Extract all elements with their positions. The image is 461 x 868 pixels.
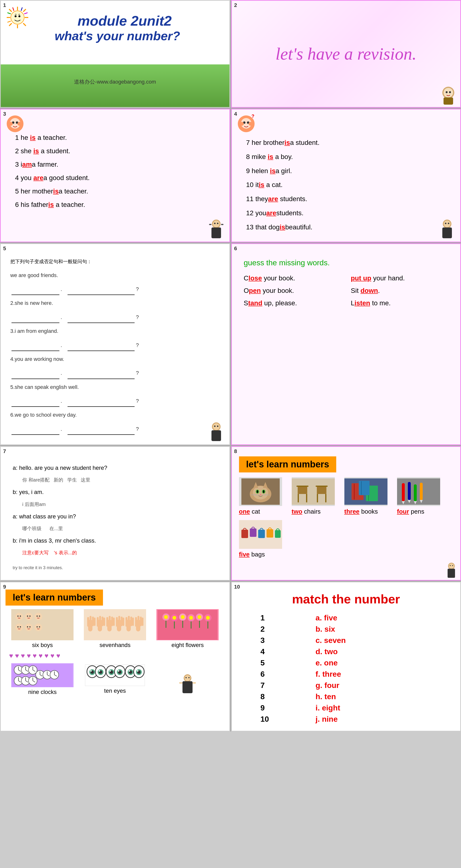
slide9-label-hands: sevenhands [100, 642, 130, 648]
svg-line-11 [7, 21, 11, 22]
heart6: ♥ [38, 652, 42, 660]
slide3-s1: 1 he is a teacher. [15, 131, 220, 145]
slide6-title: guess the missing words. [244, 258, 449, 267]
slide8-img-books [344, 477, 388, 506]
svg-point-47 [213, 423, 220, 430]
slide9-item-eyes: ten eyes [81, 663, 149, 695]
svg-point-25 [9, 122, 13, 126]
svg-point-28 [213, 220, 220, 227]
slide10-right1: a. five [316, 614, 432, 622]
svg-rect-31 [212, 227, 221, 238]
slide5-blank3b [67, 350, 134, 351]
slide5-exercise: we are good friends. . ? 2.she is new he… [10, 270, 220, 435]
slide9-img-flowers [156, 609, 219, 640]
svg-rect-139 [121, 617, 123, 626]
slide5-row3: 3.i am from england. [10, 326, 220, 337]
slide-number-4: 4 [234, 111, 237, 117]
slide6-item6: Listen to me. [351, 299, 448, 307]
svg-rect-229 [192, 682, 196, 684]
slide3-fill2: is [33, 147, 39, 155]
slide-7: 7 a: hello. are you a new student here? … [0, 446, 230, 581]
slide8-fill-one: one [239, 508, 250, 515]
slide9-label-eyes: ten eyes [104, 687, 126, 694]
slide8-item-books: three books [344, 477, 392, 515]
slide10-left4: 4 [260, 647, 308, 656]
slide10-left10: 10 [260, 715, 308, 723]
slide4-fill3: is [270, 167, 275, 175]
slide4-s1: 7 her brotherisa student. [246, 136, 451, 150]
svg-point-14 [14, 15, 17, 17]
slide6-item2: put up your hand. [351, 274, 448, 282]
slide3-content: 1 he is a teacher. 2 she is a student. 3… [15, 131, 220, 211]
slide4-fill2: is [268, 153, 273, 160]
svg-rect-149 [140, 617, 142, 626]
slide8-img-cat [239, 477, 282, 506]
slide4-fill1: is [284, 139, 290, 146]
slide5-row2: 2.she is new here. [10, 298, 220, 309]
slide3-fill1: is [30, 134, 35, 141]
svg-rect-68 [298, 494, 299, 502]
heart7: ♥ [44, 652, 49, 660]
svg-point-111 [15, 623, 23, 631]
slide9-label-flowers: eight flowers [172, 642, 204, 648]
slide5-row3-blanks: . ? [10, 340, 220, 351]
slide7-ann4: 注意c要大写 's 表示...的 [22, 547, 217, 558]
svg-rect-73 [325, 494, 327, 502]
slide1-website: 道格办公-www.daogebangong.com [74, 78, 156, 86]
svg-rect-20 [443, 97, 453, 105]
svg-line-12 [24, 13, 28, 14]
slide-number-10: 10 [234, 584, 240, 590]
slide5-blank5b [67, 406, 134, 407]
svg-point-210 [110, 670, 111, 672]
slide4-content: 7 her brotherisa student. 8 mike is a bo… [246, 136, 451, 235]
slide9-item-flowers: eight flowers [153, 609, 222, 648]
slide10-right9: i. eight [316, 704, 432, 712]
svg-point-59 [263, 490, 265, 493]
slide7-ann3: 哪个班级 在...里 [22, 523, 217, 534]
slide10-left6: 6 [260, 670, 308, 679]
svg-rect-122 [87, 617, 89, 627]
slide9-label-boys: six boys [32, 642, 53, 648]
slide10-left9: 9 [260, 704, 308, 712]
slide3-fill3: am [22, 161, 32, 168]
slide-8: 8 let's learn numbers [231, 446, 461, 581]
slide-number-1: 1 [3, 2, 6, 8]
slide7-content: a: hello. are you a new student here? 你 … [13, 461, 217, 573]
svg-text:?: ? [251, 114, 254, 119]
slide7-ann1: 你 和are搭配 新的 学生 这里 [22, 474, 217, 485]
slide3-fill4: are [33, 174, 43, 182]
slide10-left5: 5 [260, 658, 308, 667]
svg-rect-127 [97, 617, 99, 627]
svg-point-97 [449, 563, 454, 569]
svg-point-225 [186, 677, 187, 678]
slide7-line4: b: i'm in class 3, mr chen's class. [13, 534, 217, 547]
svg-rect-50 [212, 430, 221, 441]
slide5-row5-blanks: . ? [10, 395, 220, 407]
slide6-fill6: isten [355, 299, 370, 307]
slide6-fill2: put up [351, 274, 371, 282]
slide5-blank2a [11, 322, 59, 323]
slide3-fill5: is [53, 187, 59, 195]
svg-point-42 [444, 220, 451, 227]
svg-point-116 [29, 626, 31, 627]
slide2-character [439, 86, 458, 105]
heart1: ♥ [9, 652, 13, 660]
slide10-left1: 1 [260, 614, 308, 622]
slide10-right10: j. nine [316, 715, 432, 723]
svg-point-103 [18, 615, 19, 617]
slide-4: 4 ? 7 her brotherisa student. 8 mike is … [231, 109, 461, 242]
svg-point-104 [20, 615, 21, 617]
slide5-blank4a [11, 378, 59, 379]
svg-line-8 [13, 7, 14, 11]
slide4-s2: 8 mike is a boy. [246, 150, 451, 164]
slide7-ann2: i 后面用am [22, 499, 217, 510]
slide3-s3: 3 iama farmer. [15, 158, 220, 171]
svg-point-109 [37, 615, 38, 617]
svg-point-224 [185, 675, 190, 681]
slide7-spacer [13, 558, 217, 563]
svg-point-118 [37, 626, 38, 627]
svg-point-98 [450, 565, 451, 566]
slide-number-5: 5 [3, 245, 6, 252]
slide-1: 1 [0, 0, 230, 108]
heart5: ♥ [33, 652, 37, 660]
